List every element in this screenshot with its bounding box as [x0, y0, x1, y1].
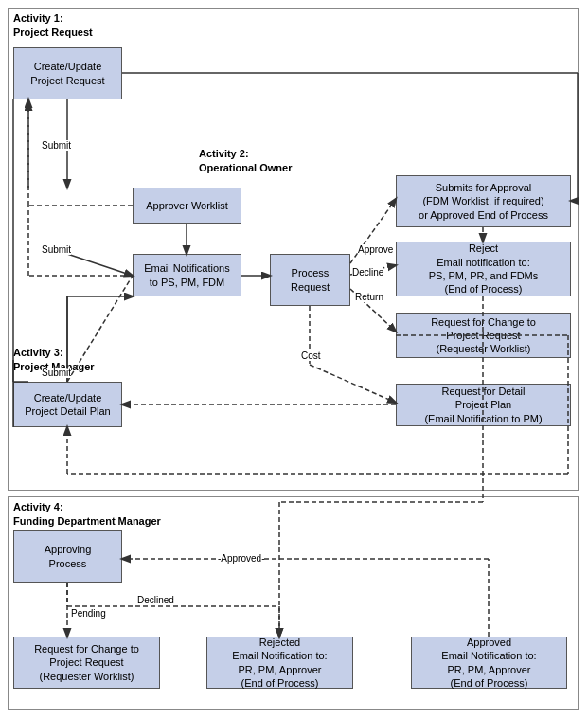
approver-worklist-box: Approver Worklist	[133, 188, 241, 224]
decline-label: Decline	[352, 267, 383, 278]
approved-email-box: ApprovedEmail Notification to:PR, PM, Ap…	[411, 637, 567, 689]
approved-label: -Approved-	[218, 553, 264, 564]
approving-process-text: ApprovingProcess	[45, 543, 92, 570]
diagram-container: Activity 1:Project Request Create/Update…	[0, 0, 588, 718]
activity1-label: Activity 1:Project Request	[13, 11, 93, 41]
email-notifications-text: Email Notificationsto PS, PM, FDM	[144, 261, 229, 289]
activity4-label: Activity 4:Funding Department Manager	[13, 500, 161, 530]
request-change-top-text: Request for Change toProject Request(Req…	[431, 315, 536, 356]
request-detail-plan-text: Request for DetailProject Plan(Email Not…	[424, 385, 542, 425]
return-label: Return	[355, 292, 383, 302]
create-project-request-box: Create/UpdateProject Request	[13, 47, 122, 99]
submit1-label: Submit	[42, 140, 71, 151]
approved-email-text: ApprovedEmail Notification to:PR, PM, Ap…	[441, 636, 536, 690]
reject-text: RejectEmail notification to:PS, PM, PR, …	[429, 242, 539, 296]
request-change-bottom-text: Request for Change toProject Request(Req…	[34, 642, 139, 683]
request-change-bottom-box: Request for Change toProject Request(Req…	[13, 637, 160, 689]
rejected-email-text: RejectedEmail Notification to:PR, PM, Ap…	[232, 636, 327, 690]
approver-worklist-text: Approver Worklist	[146, 199, 228, 212]
submit2-label: Submit	[42, 244, 71, 255]
process-request-text: ProcessRequest	[291, 266, 330, 294]
request-change-top-box: Request for Change toProject Request(Req…	[396, 313, 571, 358]
cost-label: Cost	[301, 350, 321, 361]
approve-label: Approve	[358, 244, 393, 255]
approving-process-box: ApprovingProcess	[13, 530, 122, 583]
request-detail-plan-box: Request for DetailProject Plan(Email Not…	[396, 384, 571, 426]
declined-label: Declined-	[137, 595, 177, 605]
process-request-box: ProcessRequest	[270, 254, 350, 306]
submits-approval-box: Submits for Approval(FDM Worklist, if re…	[396, 175, 571, 227]
create-detail-plan-box: Create/UpdateProject Detail Plan	[13, 382, 122, 427]
email-notifications-box: Email Notificationsto PS, PM, FDM	[133, 254, 241, 296]
create-detail-plan-text: Create/UpdateProject Detail Plan	[25, 391, 111, 419]
reject-box: RejectEmail notification to:PS, PM, PR, …	[396, 242, 571, 296]
create-project-request-text: Create/UpdateProject Request	[30, 60, 104, 87]
pending-label: Pending	[71, 608, 106, 619]
rejected-email-box: RejectedEmail Notification to:PR, PM, Ap…	[206, 637, 353, 689]
submits-approval-text: Submits for Approval(FDM Worklist, if re…	[419, 181, 548, 222]
submit3-label: Submit	[42, 368, 71, 378]
activity2-label: Activity 2:Operational Owner	[199, 147, 292, 176]
